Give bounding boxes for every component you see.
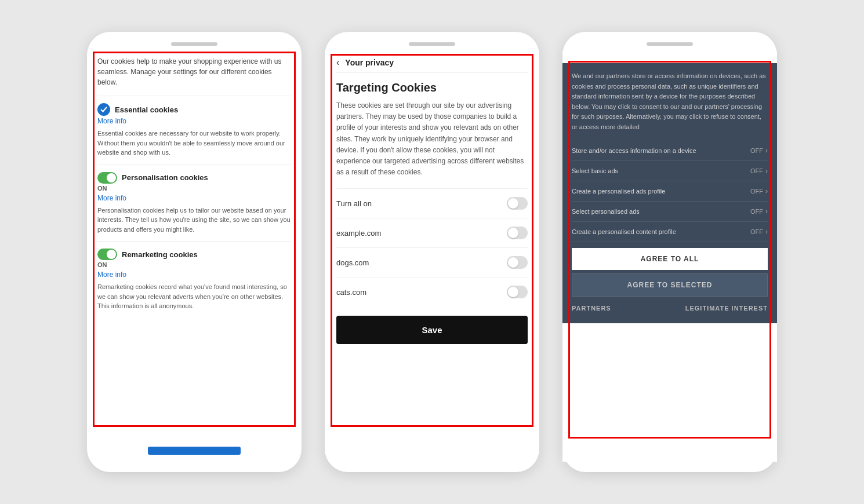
phone-notch-3 [647,42,693,46]
consent-off-content-profile: OFF [750,228,763,235]
essential-more-info[interactable]: More info [97,117,291,125]
back-row: ‹ Your privacy [336,52,528,73]
consent-label-select-personalised: Select personalised ads [572,208,750,215]
cats-com-row: cats.com [336,277,528,306]
example-com-label: example.com [336,229,381,238]
phone3-dark-panel: We and our partners store or access info… [562,63,777,323]
consent-off-basic-ads: OFF [750,167,763,174]
consent-row-select-personalised[interactable]: Select personalised ads OFF › [572,202,768,222]
agree-selected-button[interactable]: AGREE TO SELECTED [572,273,768,297]
consent-right-content-profile: OFF › [750,228,768,236]
phone2-title: Your privacy [345,58,394,67]
consent-label-basic-ads: Select basic ads [572,167,750,174]
example-com-toggle[interactable] [507,227,528,239]
consent-label-store: Store and/or access information on a dev… [572,147,750,154]
remarketing-more-info[interactable]: More info [97,271,291,279]
consent-label-personalised-profile: Create a personalised ads profile [572,188,750,195]
consent-label-content-profile: Create a personalised content profile [572,228,750,235]
phone-1: Our cookies help to make your shopping e… [87,32,302,472]
phone1-header-text: Our cookies help to make your shopping e… [97,52,291,87]
consent-off-select-personalised: OFF [750,208,763,215]
consent-row-basic-ads[interactable]: Select basic ads OFF › [572,161,768,181]
essential-title: Essential cookies [115,105,178,114]
remarketing-toggle[interactable] [97,249,117,260]
partners-label: PARTNERS [572,305,611,312]
remarketing-title: Remarketing cookies [122,250,198,259]
consent-off-personalised-profile: OFF [750,188,763,195]
phone1-bottom-bar [148,447,241,455]
cookie-section-remarketing: Remarketing cookies ON More info Remarke… [97,241,291,318]
phone1-scroll[interactable]: Our cookies help to make your shopping e… [87,52,302,462]
consent-right-basic-ads: OFF › [750,167,768,175]
chevron-right-icon-select-personalised: › [765,207,768,216]
turn-all-on-row: Turn all on [336,188,528,218]
phone-notch-2 [409,42,455,46]
consent-right-select-personalised: OFF › [750,207,768,216]
consent-row-personalised-profile[interactable]: Create a personalised ads profile OFF › [572,181,768,202]
consent-right-store: OFF › [750,147,768,155]
chevron-right-icon-basic-ads: › [765,167,768,175]
example-com-row: example.com [336,218,528,247]
chevron-right-icon-store: › [765,147,768,155]
cats-com-label: cats.com [336,288,366,297]
back-chevron-icon[interactable]: ‹ [336,57,339,68]
cats-com-toggle[interactable] [507,286,528,298]
personalisation-title: Personalisation cookies [122,173,208,182]
phone3-desc: We and our partners store or access info… [572,71,768,133]
agree-all-button[interactable]: AGREE TO ALL [572,248,768,270]
targeting-desc: These cookies are set through our site b… [336,100,528,178]
consent-off-store: OFF [750,147,763,154]
chevron-right-icon-content-profile: › [765,228,768,236]
consent-row-content-profile[interactable]: Create a personalised content profile OF… [572,222,768,242]
personalisation-more-info[interactable]: More info [97,194,291,202]
consent-right-personalised-profile: OFF › [750,187,768,195]
consent-row-store[interactable]: Store and/or access information on a dev… [572,141,768,161]
phone3-scroll[interactable]: We and our partners store or access info… [562,52,777,462]
partners-row: PARTNERS LEGITIMATE INTEREST [572,301,768,315]
phone-2: ‹ Your privacy Targeting Cookies These c… [325,32,539,472]
dogs-com-row: dogs.com [336,247,528,277]
remarketing-on-label: ON [97,261,291,268]
save-button[interactable]: Save [336,316,528,344]
dogs-com-label: dogs.com [336,258,369,267]
blue-bar [148,447,241,455]
essential-desc: Essential cookies are necessary for our … [97,129,291,158]
chevron-right-icon-personalised-profile: › [765,187,768,195]
phone-notch-1 [171,42,217,46]
personalisation-desc: Personalisation cookies help us to tailo… [97,206,291,235]
legitimate-interest-label: LEGITIMATE INTEREST [685,305,768,312]
remarketing-desc: Remarketing cookies record what you've f… [97,282,291,311]
cookie-section-personalisation: Personalisation cookies ON More info Per… [97,165,291,242]
essential-check-icon [97,103,110,116]
personalisation-toggle[interactable] [97,172,117,184]
turn-all-on-label: Turn all on [336,199,372,208]
dogs-com-toggle[interactable] [507,256,528,269]
turn-all-on-toggle[interactable] [507,197,528,210]
personalisation-on-label: ON [97,185,291,192]
targeting-title: Targeting Cookies [336,81,528,94]
phone2-scroll[interactable]: ‹ Your privacy Targeting Cookies These c… [325,52,539,462]
phone3-top-area [562,52,777,63]
phone-3: We and our partners store or access info… [562,32,777,472]
cookie-section-essential: Essential cookies More info Essential co… [97,96,291,165]
